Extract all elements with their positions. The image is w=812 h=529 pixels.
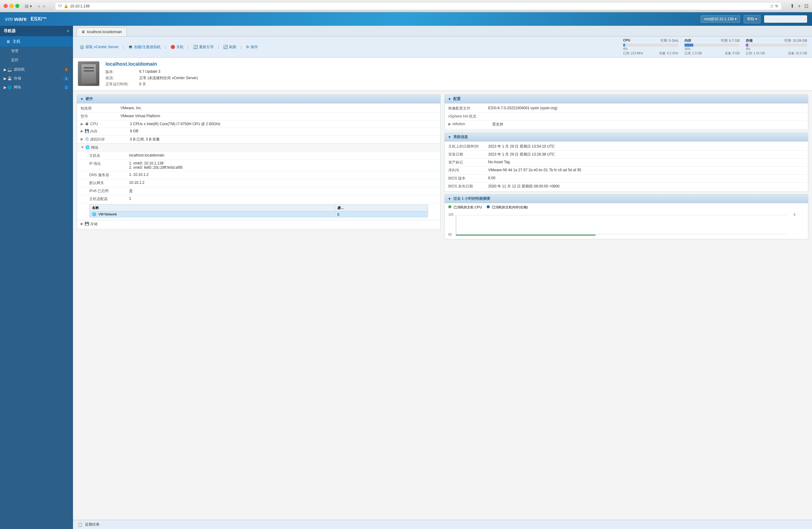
hardware-title: 硬件	[86, 96, 93, 102]
net-row-value: 0	[335, 211, 428, 217]
perf-chart-svg: 100 80 8	[448, 213, 804, 237]
forward-button[interactable]: ›	[42, 3, 46, 10]
host-details: localhost.localdomain 版本: 6.7 Update 3 状…	[105, 61, 807, 87]
tab-overview-icon[interactable]: ⊡	[804, 3, 808, 9]
sidebar-group-storage[interactable]: ▶ 💾 存储 1	[0, 73, 73, 82]
uptime-label: 正常运行时间:	[105, 82, 136, 87]
mac-nav-buttons: ‹ ›	[37, 3, 46, 10]
manufacturer-row: 制造商 VMware, Inc.	[77, 105, 440, 113]
adapter-row: 主机适配器 1	[77, 195, 440, 203]
tasks-icon: 📋	[78, 523, 83, 527]
vflash-row[interactable]: ▶ 💿 虚拟闪存 0 B 已用, 0 B 容量	[77, 135, 440, 144]
memory-value: 8 GB	[130, 129, 437, 133]
mac-window-controls	[4, 4, 19, 8]
hostname-row: 主机名 localhost.localdomain	[77, 152, 440, 160]
shutdown-label: 关机	[176, 44, 184, 50]
sidebar-item-manage[interactable]: 管理	[0, 47, 73, 56]
storage-metric: 存储 可用: 31.09 GB 4% 已用: 1.41 GB 容量: 32.5 …	[746, 38, 807, 56]
add-tab-icon[interactable]: +	[798, 3, 801, 9]
mac-close-btn[interactable]	[4, 4, 8, 8]
cpu-bar	[623, 44, 625, 47]
mac-toolbar-right: ⬆ + ⊡	[790, 3, 808, 9]
reboot-button[interactable]: 🔄 重新引导	[191, 44, 216, 51]
svg-text:80: 80	[448, 233, 452, 236]
bios-version-value: 6.00	[488, 176, 804, 180]
sidebar-toggle-icon[interactable]: ⊟ ▾	[25, 4, 32, 9]
bios-date-label: BIOS 发布日期	[448, 184, 488, 189]
net-col-virtual: 虚...	[335, 205, 428, 211]
dns-value: 1. 10.10.1.2	[129, 172, 437, 177]
status-label: 状况:	[105, 75, 136, 81]
system-info-header[interactable]: ▼ 系统信息	[445, 133, 808, 141]
table-row[interactable]: 🌐 VM Network 0	[89, 211, 428, 217]
vflash-value: 0 B 已用, 0 B 容量	[130, 137, 437, 142]
asset-value: No Asset Tag	[488, 160, 804, 164]
performance-panel: ▼ 过去 1 小时的性能摘要 已消耗的主机 CPU 已消耗的主机内存(右轴)	[444, 194, 808, 239]
memory-row[interactable]: ▶ 💾 内存 8 GB	[77, 128, 440, 135]
shutdown-button[interactable]: 🔴 关机	[169, 44, 186, 51]
network-table: 名称 虚... 🌐 VM Network	[89, 204, 428, 217]
sidebar-item-monitor[interactable]: 监控	[0, 56, 73, 65]
sidebar-group-vms[interactable]: ▶ 💻 虚拟机 0	[0, 65, 73, 73]
svg-text:100: 100	[448, 213, 453, 216]
config-collapse-icon: ▼	[448, 97, 451, 101]
legend-mem-dot	[487, 205, 490, 208]
legend-cpu-label: 已消耗的主机 CPU	[453, 205, 482, 209]
global-search-input[interactable]	[764, 15, 807, 23]
network-hw-icon: 🌐	[86, 145, 90, 149]
refresh-icon[interactable]: ↻	[775, 4, 778, 8]
host-meta-grid: 版本: 6.7 Update 3 状况: 正常 (未连接到任何 vCenter …	[105, 69, 807, 87]
host-info-panel: localhost.localdomain 版本: 6.7 Update 3 状…	[73, 58, 812, 90]
hardware-section-header[interactable]: ▼ 硬件	[77, 95, 440, 103]
back-button[interactable]: ‹	[37, 3, 41, 10]
vmotion-row[interactable]: ▶ vMotion 受支持	[445, 120, 808, 129]
storage-hw-row[interactable]: ▶ 💾 存储	[77, 220, 440, 228]
manufacturer-label: 制造商	[81, 106, 120, 111]
cpu-row[interactable]: ▶ 🖥 CPU 2 CPUs x Intel(R) Core(TM) i7-97…	[77, 120, 440, 128]
address-bar[interactable]: 🛡 🔒 10.10.1.138 ⊡ ↻	[55, 2, 782, 10]
host-image	[78, 61, 99, 86]
refresh-button[interactable]: 🔃 刷新	[221, 44, 238, 51]
cpu-used: 已用: 213 MHz	[623, 51, 643, 56]
sidebar-close-button[interactable]: ×	[67, 29, 69, 33]
create-vm-button[interactable]: 💻 创建/注册虚拟机	[126, 44, 162, 51]
separator-2: |	[165, 45, 166, 49]
sidebar-monitor-label: 监控	[11, 58, 18, 62]
ip-values: 1. vmk0: 10.10.1.138 2. vmk0: fe80::20c:…	[129, 161, 437, 170]
recent-tasks-bar[interactable]: 📋 近期任务	[73, 520, 812, 529]
tab-host-icon: 🖥	[81, 30, 85, 34]
sidebar-item-host[interactable]: 🖥 主机	[0, 36, 73, 47]
network-table-container: 名称 虚... 🌐 VM Network	[77, 203, 440, 220]
mac-maximize-btn[interactable]	[15, 4, 19, 8]
tab-host-label: localhost.localdomain	[87, 30, 122, 34]
help-menu-button[interactable]: 帮助 ▾	[744, 15, 760, 23]
sidebar-group-network[interactable]: ▶ 🌐 网络 1	[0, 82, 73, 91]
vflash-expand-icon: ▶	[81, 137, 83, 141]
bios-date-row: BIOS 发布日期 2020 年 11 月 12 日 星期四 08:00:00 …	[445, 183, 808, 190]
sidebar-header: 导航器 ×	[0, 26, 73, 36]
network-group-icon: ▶ 🌐	[4, 85, 12, 90]
image-row: 映像配置文件 ESXi-6.7.0-20221004001-sysin (sys…	[445, 105, 808, 113]
sidebar-manage-label: 管理	[11, 49, 18, 53]
legend-cpu-dot	[448, 205, 451, 208]
config-panel: ▼ 配置 映像配置文件 ESXi-6.7.0-20221004001-sysin…	[444, 95, 808, 130]
mac-minimize-btn[interactable]	[10, 4, 14, 8]
ipv6-label: IPv6 已启用	[89, 188, 129, 194]
host-name-title: localhost.localdomain	[105, 61, 807, 67]
config-section-header[interactable]: ▼ 配置	[445, 95, 808, 103]
user-menu-button[interactable]: root@10.10.1.138 ▾	[701, 15, 740, 23]
get-vcenter-button[interactable]: 🏢 获取 vCenter Server	[78, 44, 120, 51]
share-icon[interactable]: ⬆	[790, 3, 794, 9]
network-header-row[interactable]: ▼ 🌐 网络	[77, 144, 440, 152]
reader-icon[interactable]: ⊡	[770, 4, 773, 8]
tab-localhost[interactable]: 🖥 localhost.localdomain	[77, 28, 127, 36]
manufacturer-value: VMware, Inc.	[120, 106, 437, 110]
ip-value-1: 1. vmk0: 10.10.1.138	[129, 161, 437, 166]
gateway-label: 默认网关	[89, 181, 129, 186]
actions-button[interactable]: ⚙ 操作	[244, 44, 260, 51]
perf-section-header[interactable]: ▼ 过去 1 小时的性能摘要	[445, 195, 808, 203]
actions-label: 操作	[250, 44, 258, 50]
vmware-logo: vmware ESXi™	[5, 16, 47, 23]
perf-legend: 已消耗的主机 CPU 已消耗的主机内存(右轴)	[445, 203, 808, 211]
svg-text:8: 8	[794, 213, 795, 216]
